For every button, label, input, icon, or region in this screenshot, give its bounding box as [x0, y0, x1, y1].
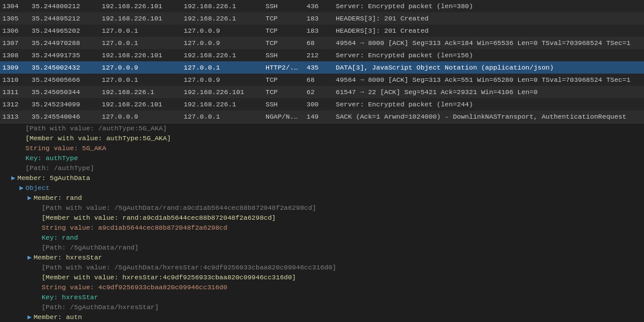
tree-toggle-icon[interactable]: ▶ — [26, 252, 32, 262]
table-row[interactable]: 1310 35.245005666 127.0.0.1 127.0.0.9 TC… — [0, 74, 644, 86]
packet-no: 1305 — [2, 13, 32, 23]
packet-info: 49564 → 8000 [ACK] Seg=313 Ack=184 Win=6… — [336, 38, 642, 48]
packet-dst: 192.168.226.101 — [184, 87, 266, 97]
packet-dst: 127.0.0.9 — [184, 38, 266, 48]
tree-text: [Path: /5gAuthData/rand] — [42, 243, 139, 252]
list-item: [Member with value: hxresStar:4c9df92569… — [0, 272, 644, 282]
tree-text: [Member with value: hxresStar:4c9df92569… — [42, 272, 296, 282]
tree-indent — [2, 183, 19, 193]
table-row[interactable]: 1312 35.245234099 192.168.226.101 192.16… — [0, 98, 644, 110]
packet-src: 127.0.0.9 — [102, 63, 184, 72]
packet-no: 1310 — [2, 75, 32, 85]
list-item: ▶Member: autn — [0, 312, 644, 322]
tree-indent — [2, 292, 35, 302]
list-item: ▶Member: 5gAuthData — [0, 173, 644, 183]
tree-text: Member: rand — [33, 193, 82, 203]
list-item: ▶Member: hxresStar — [0, 252, 644, 262]
table-row[interactable]: 1311 35.245050344 192.168.226.1 192.168.… — [0, 86, 644, 98]
packet-len: 149 — [306, 112, 336, 122]
list-item: Key: authType — [0, 153, 644, 163]
table-row[interactable]: 1309 35.245002432 127.0.0.9 127.0.0.1 HT… — [0, 61, 644, 74]
detail-pane: [Path with value: /authType:5G_AKA] [Mem… — [0, 123, 644, 322]
packet-len: 183 — [306, 26, 336, 36]
list-item: String value: a9cd1ab5644cec88b872048f2a… — [0, 223, 644, 233]
tree-toggle-icon[interactable]: ▶ — [26, 193, 32, 203]
packet-dst: 127.0.0.1 — [184, 112, 266, 122]
tree-text: [Path: /5gAuthData/hxresStar] — [42, 302, 159, 312]
list-item: [Path with value: /5gAuthData/rand:a9cd1… — [0, 203, 644, 213]
packet-len: 435 — [306, 63, 336, 72]
packet-no: 1309 — [2, 63, 32, 72]
table-row[interactable]: 1304 35.244800212 192.168.226.101 192.16… — [0, 0, 644, 12]
packet-proto: TCP — [266, 13, 306, 23]
packet-time: 35.244965202 — [32, 26, 102, 36]
packet-no: 1313 — [2, 112, 32, 122]
packet-src: 127.0.0.1 — [102, 75, 184, 85]
packet-src: 192.168.226.1 — [102, 87, 184, 97]
tree-text: Key: rand — [42, 233, 78, 243]
packet-dst: 192.168.226.1 — [184, 50, 266, 60]
packet-no: 1312 — [2, 99, 32, 109]
packet-info: Server: Encrypted packet (len=244) — [336, 99, 642, 109]
tree-indent — [2, 143, 19, 153]
packet-src: 192.168.226.101 — [102, 50, 184, 60]
list-item: String value: 5G_AKA — [0, 143, 644, 153]
packet-list: 1304 35.244800212 192.168.226.101 192.16… — [0, 0, 644, 123]
packet-proto: SSH — [266, 1, 306, 11]
packet-src: 127.0.0.1 — [102, 26, 184, 36]
tree-indent — [2, 243, 35, 252]
tree-indent — [2, 193, 26, 203]
packet-len: 62 — [306, 87, 336, 97]
tree-indent — [2, 302, 35, 312]
tree-indent — [2, 233, 35, 243]
packet-src: 127.0.0.1 — [102, 38, 184, 48]
packet-proto: NGAP/N... — [266, 112, 306, 122]
packet-proto: SSH — [266, 50, 306, 60]
list-item: ▶Object — [0, 183, 644, 193]
packet-info: HEADERS[3]: 201 Created — [336, 13, 642, 23]
tree-indent — [2, 123, 19, 133]
packet-no: 1311 — [2, 87, 32, 97]
table-row[interactable]: 1305 35.244895212 192.168.226.101 192.16… — [0, 12, 644, 25]
table-row[interactable]: 1306 35.244965202 127.0.0.1 127.0.0.9 TC… — [0, 25, 644, 37]
packet-time: 35.245050344 — [32, 87, 102, 97]
packet-info: Server: Encrypted packet (len=380) — [336, 1, 642, 11]
packet-proto: TCP — [266, 75, 306, 85]
packet-dst: 127.0.0.9 — [184, 26, 266, 36]
tree-toggle-icon[interactable]: ▶ — [11, 173, 16, 183]
packet-src: 127.0.0.9 — [102, 112, 184, 122]
packet-info: SACK (Ack=1 Arwnd=1024000) - DownlinkNAS… — [336, 112, 642, 122]
packet-len: 68 — [306, 38, 336, 48]
list-item: [Path: /5gAuthData/rand] — [0, 243, 644, 252]
packet-len: 68 — [306, 75, 336, 85]
list-item: [Path with value: /authType:5G_AKA] — [0, 123, 644, 133]
packet-time: 35.244991735 — [32, 50, 102, 60]
packet-no: 1308 — [2, 50, 32, 60]
tree-indent — [2, 153, 19, 163]
list-item: [Member with value: authType:5G_AKA] — [0, 133, 644, 143]
tree-text: String value: a9cd1ab5644cec88b872048f2a… — [42, 223, 227, 233]
tree-text: [Path with value: /5gAuthData/rand:a9cd1… — [42, 203, 316, 213]
packet-time: 35.245002432 — [32, 63, 102, 72]
packet-proto: TCP — [266, 38, 306, 48]
packet-no: 1304 — [2, 1, 32, 11]
packet-no: 1306 — [2, 26, 32, 36]
tree-indent — [2, 173, 11, 183]
list-item: Key: hxresStar — [0, 292, 644, 302]
tree-toggle-icon[interactable]: ▶ — [19, 183, 25, 193]
table-row[interactable]: 1308 35.244991735 192.168.226.101 192.16… — [0, 49, 644, 61]
tree-text: String value: 5G_AKA — [26, 143, 106, 153]
packet-time: 35.244800212 — [32, 1, 102, 11]
list-item: [Path with value: /5gAuthData/hxresStar:… — [0, 262, 644, 272]
packet-time: 35.244895212 — [32, 13, 102, 23]
table-row[interactable]: 1313 35.245540046 127.0.0.9 127.0.0.1 NG… — [0, 110, 644, 123]
packet-info: Server: Encrypted packet (len=156) — [336, 50, 642, 60]
table-row[interactable]: 1307 35.244970288 127.0.0.1 127.0.0.9 TC… — [0, 37, 644, 49]
tree-text: Object — [26, 183, 50, 193]
packet-proto: HTTP2/... — [266, 63, 306, 72]
tree-toggle-icon[interactable]: ▶ — [26, 312, 32, 322]
packet-dst: 192.168.226.1 — [184, 99, 266, 109]
packet-src: 192.168.226.101 — [102, 1, 184, 11]
packet-info: HEADERS[3]: 201 Created — [336, 26, 642, 36]
packet-time: 35.245005666 — [32, 75, 102, 85]
